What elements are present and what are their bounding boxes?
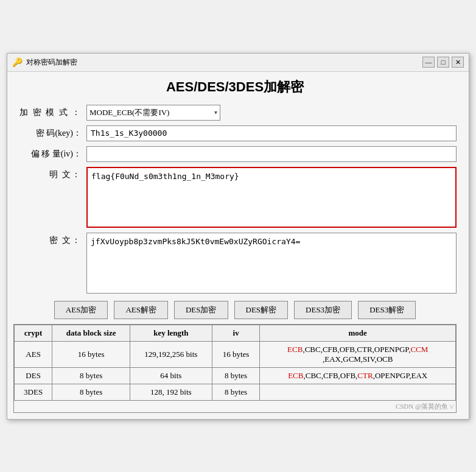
key-input[interactable] (86, 125, 457, 141)
col-header-iv: iv (212, 325, 260, 341)
window-title: 对称密码加解密 (26, 57, 77, 68)
encrypt-mode-label: 加 密 模 式 ： (13, 107, 86, 118)
col-header-mode: mode (260, 325, 456, 341)
watermark: CSDN @落莫的鱼 \/ (14, 401, 456, 412)
crypto-table-wrapper: crypt data block size key length iv mode… (13, 324, 457, 413)
table-row: AES 16 bytes 129,192,256 bits 16 bytes E… (15, 341, 456, 367)
crypto-table: crypt data block size key length iv mode… (14, 325, 456, 401)
aes-block-size: 16 bytes (52, 341, 130, 367)
key-label: 密 码(key)： (13, 128, 86, 139)
des3-decrypt-button[interactable]: DES3解密 (358, 301, 416, 319)
plaintext-area[interactable]: flag{F0uNd_s0m3th1ng_1n_M3mory} (86, 167, 457, 228)
col-header-key-length: key length (130, 325, 212, 341)
col-header-crypt: crypt (15, 325, 52, 341)
aes-crypt: AES (15, 341, 52, 367)
button-row: AES加密 AES解密 DES加密 DES解密 DES3加密 DES3解密 (13, 301, 457, 319)
ciphertext-wrapper: 密 文： jfXvUoypb8p3zvmPks8kJ5Kt0vmEw0xUZyR… (13, 233, 457, 294)
des-decrypt-button[interactable]: DES解密 (234, 301, 289, 319)
aes-iv: 16 bytes (212, 341, 260, 367)
aes-mode-ccm: CCM (410, 345, 428, 354)
col-header-block-size: data block size (52, 325, 130, 341)
aes-mode: ECB,CBC,CFB,OFB,CTR,OPENPGP,CCM ,EAX,GCM… (260, 341, 456, 367)
3des-block-size: 8 bytes (52, 384, 130, 400)
3des-key-length: 128, 192 bits (130, 384, 212, 400)
des-mode-ctr: CTR (357, 371, 373, 380)
encrypt-mode-value: MODE_ECB(不需要IV) (89, 107, 169, 118)
ciphertext-value: jfXvUoypb8p3zvmPks8kJ5Kt0vmEw0xUZyRGOicr… (91, 237, 300, 246)
des-key-length: 64 bits (130, 367, 212, 384)
titlebar: 🔑 对称密码加解密 — □ ✕ (7, 54, 469, 72)
des-encrypt-button[interactable]: DES加密 (174, 301, 228, 319)
3des-crypt: 3DES (15, 384, 52, 400)
des-mode: ECB,CBC,CFB,OFB,CTR,OPENPGP,EAX (260, 367, 456, 384)
des-iv: 8 bytes (212, 367, 260, 384)
aes-decrypt-button[interactable]: AES解密 (114, 301, 168, 319)
aes-mode-ecb: ECB (287, 345, 303, 354)
ciphertext-area[interactable]: jfXvUoypb8p3zvmPks8kJ5Kt0vmEw0xUZyRGOicr… (86, 233, 457, 294)
aes-encrypt-button[interactable]: AES加密 (54, 301, 108, 319)
titlebar-left: 🔑 对称密码加解密 (12, 57, 77, 68)
table-row: 3DES 8 bytes 128, 192 bits 8 bytes (15, 384, 456, 400)
encrypt-mode-row: 加 密 模 式 ： MODE_ECB(不需要IV) ▾ (13, 105, 457, 121)
key-row: 密 码(key)： (13, 125, 457, 141)
3des-iv: 8 bytes (212, 384, 260, 400)
table-row: DES 8 bytes 64 bits 8 bytes ECB,CBC,CFB,… (15, 367, 456, 384)
plaintext-label: 明 文： (13, 167, 86, 180)
encrypt-mode-select[interactable]: MODE_ECB(不需要IV) ▾ (86, 105, 220, 121)
close-button[interactable]: ✕ (452, 57, 464, 68)
des3-encrypt-button[interactable]: DES3加密 (294, 301, 352, 319)
minimize-button[interactable]: — (422, 57, 435, 68)
des-crypt: DES (15, 367, 52, 384)
plaintext-value: flag{F0uNd_s0m3th1ng_1n_M3mory} (91, 172, 239, 181)
iv-input[interactable] (86, 146, 457, 162)
iv-label: 偏 移 量(iv)： (13, 149, 86, 160)
des-block-size: 8 bytes (52, 367, 130, 384)
3des-mode (260, 384, 456, 400)
table-header-row: crypt data block size key length iv mode (15, 325, 456, 341)
titlebar-controls: — □ ✕ (422, 57, 464, 68)
main-content: AES/DES/3DES加解密 加 密 模 式 ： MODE_ECB(不需要IV… (7, 72, 469, 419)
page-title: AES/DES/3DES加解密 (13, 78, 457, 96)
maximize-button[interactable]: □ (437, 57, 449, 68)
iv-row: 偏 移 量(iv)： (13, 146, 457, 162)
aes-key-length: 129,192,256 bits (130, 341, 212, 367)
plaintext-wrapper: 明 文： flag{F0uNd_s0m3th1ng_1n_M3mory} (13, 167, 457, 228)
main-window: 🔑 对称密码加解密 — □ ✕ AES/DES/3DES加解密 加 密 模 式 … (7, 53, 469, 420)
des-mode-ecb: ECB (288, 371, 303, 380)
window-icon: 🔑 (12, 57, 23, 68)
ciphertext-label: 密 文： (13, 233, 86, 246)
select-arrow-icon: ▾ (214, 109, 217, 116)
